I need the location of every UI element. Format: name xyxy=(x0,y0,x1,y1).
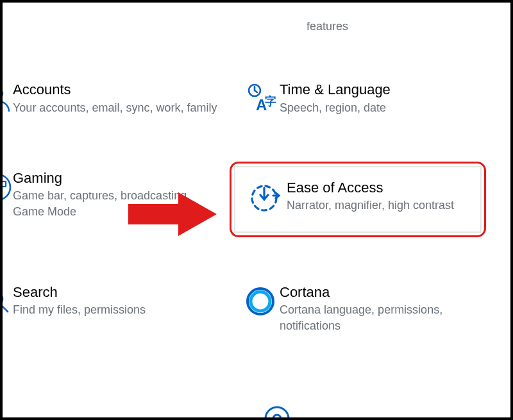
category-desc: Cortana language, permissions, notificat… xyxy=(280,302,491,333)
svg-point-11 xyxy=(273,415,281,420)
previous-item-desc-fragment: features xyxy=(307,20,348,33)
cortana-icon xyxy=(241,283,280,317)
search-icon xyxy=(0,283,13,317)
category-desc: Speech, region, date xyxy=(280,100,491,115)
category-title: Accounts xyxy=(13,81,222,99)
ease-of-access-highlight: Ease of Access Narrator, magnifier, high… xyxy=(230,162,486,237)
category-title: Gaming xyxy=(13,169,222,187)
category-gaming[interactable]: Gaming Game bar, captures, broadcasting,… xyxy=(0,162,235,227)
category-title: Search xyxy=(13,283,222,301)
category-desc: Game bar, captures, broadcasting, Game M… xyxy=(13,188,222,219)
category-desc: Your accounts, email, sync, work, family xyxy=(13,100,222,115)
svg-point-9 xyxy=(251,292,270,311)
category-cortana[interactable]: Cortana Cortana language, permissions, n… xyxy=(241,276,504,341)
settings-window: features Accounts Your accounts, email, … xyxy=(0,0,513,420)
svg-rect-5 xyxy=(1,181,6,187)
category-desc: Find my files, permissions xyxy=(13,302,222,317)
category-desc: Narrator, magnifier, high contrast xyxy=(287,197,461,213)
category-title: Cortana xyxy=(280,283,491,301)
category-accounts[interactable]: Accounts Your accounts, email, sync, wor… xyxy=(0,73,235,123)
category-title: Time & Language xyxy=(280,81,491,99)
svg-point-0 xyxy=(0,88,3,99)
ease-of-access-icon xyxy=(242,179,287,215)
next-category-icon-peek xyxy=(262,403,292,420)
category-time-language[interactable]: A 字 Time & Language Speech, region, date xyxy=(241,73,504,123)
category-search[interactable]: Search Find my files, permissions xyxy=(0,276,235,326)
category-title: Ease of Access xyxy=(287,179,461,197)
svg-point-7 xyxy=(0,291,3,307)
accounts-icon xyxy=(0,81,13,114)
svg-text:字: 字 xyxy=(265,95,276,108)
settings-categories-grid: Accounts Your accounts, email, sync, wor… xyxy=(3,67,510,341)
gaming-icon xyxy=(0,169,13,203)
category-ease-of-access[interactable]: Ease of Access Narrator, magnifier, high… xyxy=(234,166,482,233)
time-language-icon: A 字 xyxy=(241,81,280,114)
